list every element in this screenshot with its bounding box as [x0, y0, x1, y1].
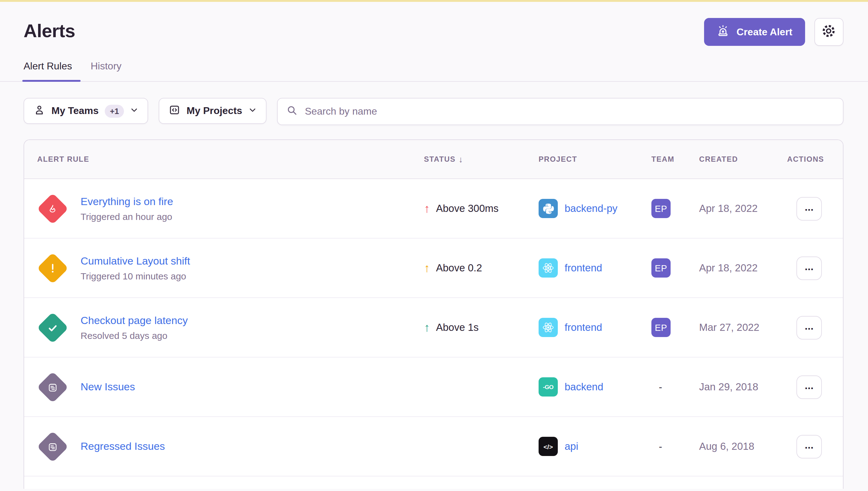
column-header-status[interactable]: Status↓: [424, 154, 539, 164]
create-alert-label: Create Alert: [737, 26, 792, 37]
table-row: Regressed Issues</>api-Aug 6, 2018...: [24, 417, 843, 476]
alert-rule-cell: Checkout page latencyResolved 5 days ago: [24, 311, 424, 344]
alert-rule-link[interactable]: Regressed Issues: [81, 440, 165, 452]
trend-up-icon: ↑: [424, 322, 430, 333]
alert-rule-text: Everything is on fireTriggered an hour a…: [81, 196, 173, 222]
team-badge: EP: [651, 199, 671, 218]
column-header-created: Created: [699, 155, 787, 164]
ellipsis-icon: ...: [805, 440, 813, 450]
page-title: Alerts: [24, 17, 75, 45]
row-actions-button[interactable]: ...: [796, 435, 822, 458]
create-alert-button[interactable]: Create Alert: [704, 18, 805, 46]
project-link[interactable]: frontend: [565, 322, 602, 333]
go-icon: -GO: [543, 383, 554, 390]
project-cell: backend-py: [539, 199, 651, 218]
table-row: Everything is on fireTriggered an hour a…: [24, 179, 843, 238]
search-input[interactable]: [304, 105, 834, 118]
teams-filter-label: My Teams: [51, 105, 99, 116]
exclamation-icon: [46, 261, 59, 275]
trend-up-icon: ↑: [424, 203, 430, 214]
table-row: Cumulative Layout shiftTriggered 10 minu…: [24, 238, 843, 298]
project-cell: frontend: [539, 318, 651, 337]
column-header-alert-rule: Alert Rule: [24, 155, 424, 164]
alert-rule-text: Checkout page latencyResolved 5 days ago: [81, 314, 188, 341]
alert-rule-link[interactable]: Everything is on fire: [81, 196, 173, 207]
alert-rule-text: Cumulative Layout shiftTriggered 10 minu…: [81, 255, 190, 281]
page-header: Alerts Create Alert: [0, 2, 868, 46]
code-icon: </>: [543, 443, 553, 450]
team-badge: EP: [651, 318, 671, 337]
created-date: Aug 6, 2018: [699, 440, 787, 452]
python-icon: [542, 202, 554, 215]
actions-cell: ...: [787, 256, 843, 280]
status-text: Above 0.2: [436, 262, 482, 274]
team-cell: EP: [651, 199, 699, 218]
projects-filter-label: My Projects: [187, 105, 242, 116]
created-date: Mar 27, 2022: [699, 322, 787, 333]
project-cell: </>api: [539, 437, 651, 456]
alert-rule-text: Regressed Issues: [81, 440, 165, 453]
row-actions-button[interactable]: ...: [796, 256, 822, 280]
severity-icon: [36, 371, 69, 403]
severity-icon: [36, 252, 69, 284]
row-actions-button[interactable]: ...: [796, 197, 822, 220]
row-actions-button[interactable]: ...: [796, 375, 822, 399]
sort-desc-icon: ↓: [459, 154, 464, 164]
react-icon: [542, 261, 555, 275]
tab-history[interactable]: History: [91, 61, 122, 81]
tab-alert-rules[interactable]: Alert Rules: [24, 61, 72, 81]
chevron-down-icon: [249, 105, 257, 116]
project-icon: [169, 104, 180, 118]
severity-icon: [36, 430, 69, 462]
user-icon: [33, 104, 45, 118]
project-link[interactable]: api: [565, 440, 578, 452]
trend-up-icon: ↑: [424, 262, 430, 274]
column-header-actions: Actions: [787, 155, 843, 164]
issues-icon: [48, 441, 58, 452]
alert-rules-table: Alert Rule Status↓ Project Team Created …: [24, 139, 843, 489]
teams-filter-dropdown[interactable]: My Teams +1: [24, 98, 148, 124]
tabs-bar: Alert Rules History: [0, 61, 868, 82]
table-body: Everything is on fireTriggered an hour a…: [24, 179, 843, 476]
alert-rule-subtitle: Triggered 10 minutes ago: [81, 270, 190, 281]
react-icon: [542, 321, 555, 334]
team-cell: EP: [651, 258, 699, 278]
siren-icon: [717, 24, 730, 40]
created-date: Apr 18, 2022: [699, 262, 787, 274]
project-link[interactable]: backend: [565, 381, 604, 393]
tab-alert-rules-label: Alert Rules: [24, 61, 72, 71]
team-cell: EP: [651, 318, 699, 337]
table-row: Checkout page latencyResolved 5 days ago…: [24, 298, 843, 357]
alert-rule-link[interactable]: New Issues: [81, 381, 135, 393]
alerts-page: Alerts Create Alert: [0, 0, 868, 491]
alert-rule-text: New Issues: [81, 381, 135, 393]
gear-icon: [821, 24, 836, 40]
created-date: Jan 29, 2018: [699, 381, 787, 393]
alert-rule-link[interactable]: Checkout page latency: [81, 314, 188, 326]
severity-icon: [36, 311, 69, 344]
tab-history-label: History: [91, 61, 122, 71]
status-cell: ↑Above 0.2: [424, 262, 539, 274]
header-actions: Create Alert: [704, 18, 843, 46]
actions-cell: ...: [787, 316, 843, 339]
clipped-next-row: [24, 476, 843, 489]
alert-rule-cell: Cumulative Layout shiftTriggered 10 minu…: [24, 252, 424, 284]
teams-count-badge: +1: [105, 105, 124, 117]
alert-rule-subtitle: Triggered an hour ago: [81, 211, 173, 222]
alert-rule-link[interactable]: Cumulative Layout shift: [81, 255, 190, 267]
ellipsis-icon: ...: [805, 380, 813, 391]
alert-rule-cell: Regressed Issues: [24, 430, 424, 462]
row-actions-button[interactable]: ...: [796, 316, 822, 339]
ellipsis-icon: ...: [805, 202, 813, 212]
project-link[interactable]: frontend: [565, 262, 602, 274]
project-cell: -GObackend: [539, 377, 651, 397]
alert-rule-cell: New Issues: [24, 371, 424, 403]
project-link[interactable]: backend-py: [565, 203, 618, 214]
column-header-project: Project: [539, 155, 651, 164]
alert-rule-subtitle: Resolved 5 days ago: [81, 330, 188, 341]
projects-filter-dropdown[interactable]: My Projects: [159, 98, 267, 124]
actions-cell: ...: [787, 197, 843, 220]
alert-settings-button[interactable]: [814, 18, 843, 46]
actions-cell: ...: [787, 435, 843, 458]
ellipsis-icon: ...: [805, 261, 813, 272]
